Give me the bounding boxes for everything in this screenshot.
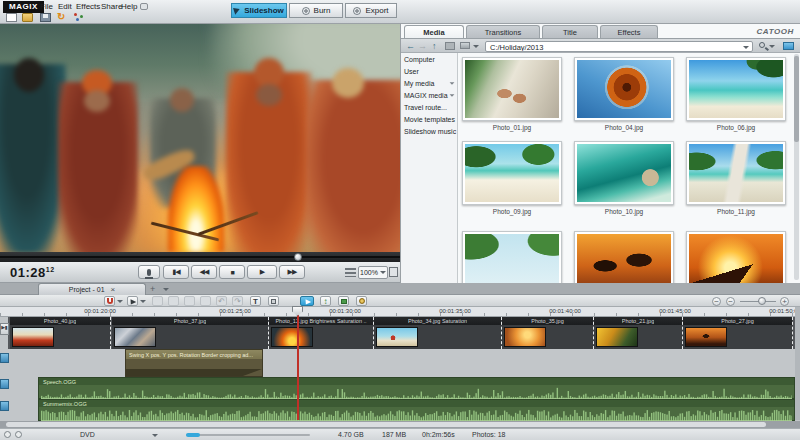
effects-keyframe-bar[interactable]: Swing X pos. Y pos. Rotation Border crop… <box>125 349 263 377</box>
play-button[interactable]: ▶ <box>247 265 277 279</box>
forward-icon[interactable]: → <box>418 41 427 51</box>
audio-clip[interactable]: Speech.OGG <box>38 377 795 399</box>
back-icon[interactable]: ← <box>406 41 415 51</box>
chevron-down-icon[interactable] <box>140 300 146 303</box>
timeline-clip[interactable]: Photo_35.jpg <box>502 317 594 349</box>
chevron-down-icon[interactable] <box>473 45 479 48</box>
paste-icon[interactable] <box>200 296 211 306</box>
preview-layout-icon[interactable] <box>345 268 356 277</box>
tab-title[interactable]: Title <box>542 25 598 38</box>
speech-track-icon[interactable] <box>0 379 9 389</box>
playhead-line[interactable] <box>297 307 299 420</box>
snap-magnet-icon[interactable] <box>104 296 115 306</box>
media-thumbnail[interactable] <box>686 57 786 121</box>
object-mouse-mode-active-icon[interactable] <box>300 296 314 306</box>
track-monitor-icon[interactable] <box>0 353 9 363</box>
media-thumbnail[interactable] <box>574 231 674 283</box>
tab-burn[interactable]: Burn <box>289 3 343 18</box>
view-options-icon[interactable] <box>460 42 470 49</box>
save-project-icon[interactable] <box>40 13 51 22</box>
new-project-icon[interactable] <box>6 13 17 22</box>
media-scrollbar[interactable] <box>794 54 799 280</box>
record-audio-button[interactable] <box>138 265 160 279</box>
target-medium-select[interactable]: DVD <box>80 431 95 438</box>
timeline-clip[interactable]: Photo_12.jpg Brightness Saturation .. <box>269 317 374 349</box>
zoom-out-icon[interactable]: − <box>726 297 735 306</box>
timeline-clip[interactable]: Photo_37.jpg <box>112 317 269 349</box>
copy-icon[interactable] <box>184 296 195 306</box>
audio-clip[interactable]: Summermix.OGG <box>38 399 795 421</box>
menu-help[interactable]: Help <box>121 2 137 11</box>
undo-icon[interactable]: ↻ <box>57 13 68 22</box>
preview-zoom-select[interactable]: 100% <box>358 266 388 279</box>
timeline-clip[interactable]: Photo_21.jpg <box>594 317 683 349</box>
preview-scrubber[interactable] <box>0 252 400 262</box>
tab-effects[interactable]: Effects <box>600 25 658 38</box>
timeline-clip[interactable]: Photo_34.jpg Saturation <box>374 317 502 349</box>
share-icon[interactable] <box>74 13 85 22</box>
timeline-zoom-knob[interactable] <box>758 297 766 305</box>
project-tab[interactable]: Project - 01 × <box>38 283 146 295</box>
zoom-in-icon[interactable]: + <box>780 297 789 306</box>
media-thumbnail[interactable] <box>686 231 786 283</box>
window-icon[interactable] <box>140 3 148 10</box>
chevron-down-icon[interactable] <box>117 300 123 303</box>
group-icon[interactable] <box>268 296 279 306</box>
timeline-clip[interactable]: Photo_27.jpg <box>683 317 793 349</box>
title-tool-icon[interactable]: T <box>250 296 261 306</box>
search-icon[interactable] <box>759 42 765 48</box>
capacity-bar[interactable] <box>186 434 310 436</box>
scrubber-handle[interactable] <box>294 253 302 261</box>
tree-item-movie-templates[interactable]: Movie templates <box>401 113 457 125</box>
path-input[interactable]: C:/Holiday/2013 <box>485 41 753 52</box>
tree-item-travel-route[interactable]: Travel route... <box>401 101 457 113</box>
media-thumbnail[interactable] <box>686 141 786 205</box>
redo-icon[interactable]: ↷ <box>232 296 243 306</box>
chevron-down-icon[interactable] <box>769 45 775 48</box>
media-thumbnail[interactable] <box>462 141 562 205</box>
media-thumbnail[interactable] <box>462 231 562 283</box>
tree-item-magix-media[interactable]: MAGIX media <box>401 89 457 101</box>
status-circle-icon[interactable] <box>4 431 11 438</box>
burn-project-icon[interactable] <box>356 296 367 306</box>
fullscreen-icon[interactable] <box>389 267 398 277</box>
tab-transitions[interactable]: Transitions <box>466 25 540 38</box>
cut-icon[interactable] <box>168 296 179 306</box>
menu-file[interactable]: File <box>40 2 53 11</box>
status-refresh-icon[interactable] <box>15 431 22 438</box>
tab-media[interactable]: Media <box>404 25 464 38</box>
move-objects-icon[interactable]: ↕ <box>320 296 331 306</box>
forward-button[interactable]: ▶▶ <box>279 265 305 279</box>
menu-effects[interactable]: Effects <box>76 2 100 11</box>
menu-edit[interactable]: Edit <box>58 2 72 11</box>
media-thumbnail[interactable] <box>574 57 674 121</box>
hscroll-thumb[interactable] <box>6 422 766 427</box>
tab-export[interactable]: Export <box>345 3 397 18</box>
media-scrollbar-thumb[interactable] <box>794 56 799 142</box>
menu-share[interactable]: Share <box>101 2 122 11</box>
media-thumbnail[interactable] <box>462 57 562 121</box>
tree-item-user[interactable]: User <box>401 65 457 77</box>
up-folder-icon[interactable]: ↑ <box>432 41 437 51</box>
tab-slideshow[interactable]: Slideshow <box>231 3 287 18</box>
chevron-down-icon[interactable] <box>743 46 749 49</box>
devices-icon[interactable] <box>445 42 455 50</box>
catooh-logo[interactable]: CATOOH <box>756 27 794 36</box>
video-preview[interactable] <box>0 24 400 252</box>
timeline-clip[interactable]: Photo_40.jpg <box>10 317 111 349</box>
time-ruler[interactable]: 00:01:20:00 00:01:25:00 00:01:30:00 00:0… <box>0 307 800 317</box>
timeline-horizontal-scrollbar[interactable] <box>0 421 800 428</box>
skip-start-button[interactable]: ▮◀ <box>163 265 189 279</box>
display-monitor-icon[interactable] <box>783 42 794 50</box>
chevron-down-icon[interactable] <box>163 288 169 291</box>
close-icon[interactable]: × <box>111 287 116 293</box>
track-vertical-scrollbar[interactable] <box>795 307 800 420</box>
undo-icon[interactable]: ↶ <box>216 296 227 306</box>
music-track-icon[interactable] <box>0 401 9 411</box>
tree-item-slideshow-music[interactable]: Slideshow music <box>401 125 457 137</box>
mouse-mode-icon[interactable] <box>127 296 138 306</box>
stop-button[interactable]: ■ <box>219 265 245 279</box>
media-thumbnail[interactable] <box>574 141 674 205</box>
open-project-icon[interactable] <box>22 13 33 22</box>
zoom-out-vertical-icon[interactable]: − <box>712 297 721 306</box>
